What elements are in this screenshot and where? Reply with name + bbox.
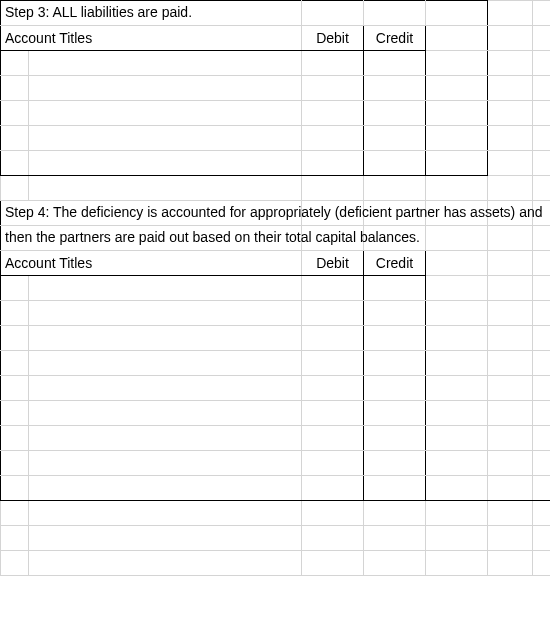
cell[interactable]: [488, 526, 533, 551]
cell[interactable]: [488, 76, 533, 101]
cell[interactable]: [488, 251, 533, 276]
cell[interactable]: [533, 376, 551, 401]
cell[interactable]: [29, 326, 302, 351]
cell[interactable]: [533, 351, 551, 376]
cell[interactable]: [29, 501, 302, 526]
cell[interactable]: [488, 401, 533, 426]
cell[interactable]: [29, 126, 302, 151]
cell[interactable]: [1, 376, 29, 401]
cell[interactable]: [1, 326, 29, 351]
cell[interactable]: [29, 451, 302, 476]
step4-title1-cell[interactable]: Step 4: The deficiency is accounted for …: [1, 201, 302, 226]
cell[interactable]: [364, 101, 426, 126]
cell[interactable]: [1, 451, 29, 476]
cell[interactable]: [29, 401, 302, 426]
cell[interactable]: [426, 101, 488, 126]
cell[interactable]: [302, 51, 364, 76]
cell[interactable]: [302, 276, 364, 301]
cell[interactable]: [364, 276, 426, 301]
cell[interactable]: [364, 301, 426, 326]
step3-account-header-cell[interactable]: Account Titles: [1, 26, 302, 51]
cell[interactable]: [426, 376, 488, 401]
cell[interactable]: [533, 501, 551, 526]
cell[interactable]: [488, 226, 533, 251]
step3-title-cell[interactable]: Step 3: ALL liabilities are paid.: [1, 1, 302, 26]
cell[interactable]: [426, 426, 488, 451]
step3-debit-header-cell[interactable]: Debit: [302, 26, 364, 51]
cell[interactable]: [1, 426, 29, 451]
worksheet-grid[interactable]: Step 3: ALL liabilities are paid. Accoun…: [0, 0, 550, 576]
cell[interactable]: [1, 301, 29, 326]
cell[interactable]: [1, 476, 29, 501]
cell[interactable]: [29, 76, 302, 101]
cell[interactable]: [426, 451, 488, 476]
cell[interactable]: [488, 351, 533, 376]
step4-title2-cell[interactable]: then the partners are paid out based on …: [1, 226, 302, 251]
cell[interactable]: [488, 476, 533, 501]
cell[interactable]: [426, 276, 488, 301]
cell[interactable]: [29, 176, 302, 201]
cell[interactable]: [302, 501, 364, 526]
cell[interactable]: [364, 401, 426, 426]
cell[interactable]: [1, 551, 29, 576]
cell[interactable]: [426, 26, 488, 51]
cell[interactable]: [488, 51, 533, 76]
cell[interactable]: [426, 551, 488, 576]
cell[interactable]: [426, 301, 488, 326]
cell[interactable]: [364, 51, 426, 76]
cell[interactable]: [488, 126, 533, 151]
step4-debit-header-cell[interactable]: Debit: [302, 251, 364, 276]
cell[interactable]: [426, 176, 488, 201]
cell[interactable]: [533, 526, 551, 551]
cell[interactable]: [488, 276, 533, 301]
cell[interactable]: [533, 1, 551, 26]
cell[interactable]: [426, 1, 488, 26]
cell[interactable]: [533, 326, 551, 351]
cell[interactable]: [488, 176, 533, 201]
cell[interactable]: [533, 301, 551, 326]
cell[interactable]: [364, 176, 426, 201]
cell[interactable]: [29, 551, 302, 576]
cell[interactable]: [302, 351, 364, 376]
cell[interactable]: [29, 276, 302, 301]
cell[interactable]: [302, 301, 364, 326]
cell[interactable]: [426, 476, 488, 501]
cell[interactable]: [364, 326, 426, 351]
cell[interactable]: [426, 351, 488, 376]
cell[interactable]: [1, 501, 29, 526]
cell[interactable]: [533, 276, 551, 301]
cell[interactable]: [29, 476, 302, 501]
cell[interactable]: [488, 301, 533, 326]
cell[interactable]: [488, 1, 533, 26]
cell[interactable]: [1, 526, 29, 551]
cell[interactable]: [302, 401, 364, 426]
cell[interactable]: [302, 176, 364, 201]
cell[interactable]: [488, 326, 533, 351]
cell[interactable]: [364, 76, 426, 101]
step3-credit-header-cell[interactable]: Credit: [364, 26, 426, 51]
cell[interactable]: [1, 101, 29, 126]
cell[interactable]: [364, 451, 426, 476]
cell[interactable]: [302, 101, 364, 126]
cell[interactable]: [488, 551, 533, 576]
cell[interactable]: [302, 551, 364, 576]
cell[interactable]: [533, 151, 551, 176]
cell[interactable]: [1, 351, 29, 376]
cell[interactable]: [426, 251, 488, 276]
cell[interactable]: [533, 226, 551, 251]
cell[interactable]: [29, 426, 302, 451]
cell[interactable]: [488, 101, 533, 126]
cell[interactable]: [488, 501, 533, 526]
cell[interactable]: [302, 326, 364, 351]
cell[interactable]: [426, 526, 488, 551]
cell[interactable]: [29, 301, 302, 326]
cell[interactable]: [1, 276, 29, 301]
cell[interactable]: [302, 1, 364, 26]
cell[interactable]: [533, 26, 551, 51]
cell[interactable]: [533, 76, 551, 101]
cell[interactable]: [426, 401, 488, 426]
cell[interactable]: [533, 401, 551, 426]
cell[interactable]: [302, 426, 364, 451]
cell[interactable]: [29, 101, 302, 126]
cell[interactable]: [364, 126, 426, 151]
